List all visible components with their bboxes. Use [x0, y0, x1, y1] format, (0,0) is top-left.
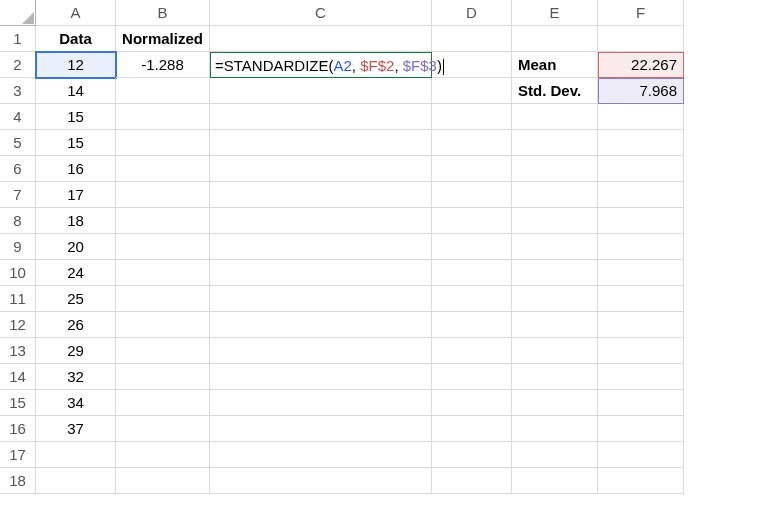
cell-A15[interactable]: 34: [36, 390, 116, 416]
cell-E6[interactable]: [512, 156, 598, 182]
select-all-corner[interactable]: [0, 0, 36, 26]
col-header-D[interactable]: D: [432, 0, 512, 26]
cell-A4[interactable]: 15: [36, 104, 116, 130]
cell-C1[interactable]: [210, 26, 432, 52]
cell-B4[interactable]: [116, 104, 210, 130]
row-header-18[interactable]: 18: [0, 468, 36, 494]
row-header-14[interactable]: 14: [0, 364, 36, 390]
cell-F17[interactable]: [598, 442, 684, 468]
cell-E1[interactable]: [512, 26, 598, 52]
cell-C11[interactable]: [210, 286, 432, 312]
cell-C5[interactable]: [210, 130, 432, 156]
row-header-2[interactable]: 2: [0, 52, 36, 78]
cell-B7[interactable]: [116, 182, 210, 208]
cell-C7[interactable]: [210, 182, 432, 208]
cell-A6[interactable]: 16: [36, 156, 116, 182]
cell-B9[interactable]: [116, 234, 210, 260]
cell-E16[interactable]: [512, 416, 598, 442]
spreadsheet-grid[interactable]: A B C D E F: [0, 0, 768, 26]
cell-D14[interactable]: [432, 364, 512, 390]
cell-F8[interactable]: [598, 208, 684, 234]
cell-A2[interactable]: 12: [36, 52, 116, 78]
cell-E17[interactable]: [512, 442, 598, 468]
cell-A1[interactable]: Data: [36, 26, 116, 52]
cell-B5[interactable]: [116, 130, 210, 156]
col-header-C[interactable]: C: [210, 0, 432, 26]
cell-B16[interactable]: [116, 416, 210, 442]
cell-F14[interactable]: [598, 364, 684, 390]
cell-E3[interactable]: Std. Dev.: [512, 78, 598, 104]
cell-E4[interactable]: [512, 104, 598, 130]
cell-E18[interactable]: [512, 468, 598, 494]
cell-D16[interactable]: [432, 416, 512, 442]
cell-E2[interactable]: Mean: [512, 52, 598, 78]
cell-B13[interactable]: [116, 338, 210, 364]
row-header-5[interactable]: 5: [0, 130, 36, 156]
cell-D4[interactable]: [432, 104, 512, 130]
cell-B6[interactable]: [116, 156, 210, 182]
cell-D10[interactable]: [432, 260, 512, 286]
cell-D5[interactable]: [432, 130, 512, 156]
cell-A5[interactable]: 15: [36, 130, 116, 156]
cell-C14[interactable]: [210, 364, 432, 390]
row-header-7[interactable]: 7: [0, 182, 36, 208]
row-header-16[interactable]: 16: [0, 416, 36, 442]
cell-D9[interactable]: [432, 234, 512, 260]
cell-E8[interactable]: [512, 208, 598, 234]
cell-B18[interactable]: [116, 468, 210, 494]
row-header-13[interactable]: 13: [0, 338, 36, 364]
cell-A16[interactable]: 37: [36, 416, 116, 442]
cell-D12[interactable]: [432, 312, 512, 338]
col-header-E[interactable]: E: [512, 0, 598, 26]
cell-A18[interactable]: [36, 468, 116, 494]
cell-A10[interactable]: 24: [36, 260, 116, 286]
row-header-3[interactable]: 3: [0, 78, 36, 104]
row-header-12[interactable]: 12: [0, 312, 36, 338]
cell-C13[interactable]: [210, 338, 432, 364]
col-header-F[interactable]: F: [598, 0, 684, 26]
cell-E13[interactable]: [512, 338, 598, 364]
cell-C16[interactable]: [210, 416, 432, 442]
cell-C15[interactable]: [210, 390, 432, 416]
cell-F4[interactable]: [598, 104, 684, 130]
cell-D7[interactable]: [432, 182, 512, 208]
cell-F10[interactable]: [598, 260, 684, 286]
cell-D17[interactable]: [432, 442, 512, 468]
cell-B1[interactable]: Normalized: [116, 26, 210, 52]
cell-F12[interactable]: [598, 312, 684, 338]
cell-F13[interactable]: [598, 338, 684, 364]
cell-D3[interactable]: [432, 78, 512, 104]
cell-C9[interactable]: [210, 234, 432, 260]
cell-A14[interactable]: 32: [36, 364, 116, 390]
cell-F9[interactable]: [598, 234, 684, 260]
row-header-17[interactable]: 17: [0, 442, 36, 468]
cell-A13[interactable]: 29: [36, 338, 116, 364]
row-header-8[interactable]: 8: [0, 208, 36, 234]
cell-D15[interactable]: [432, 390, 512, 416]
cell-D8[interactable]: [432, 208, 512, 234]
cell-D6[interactable]: [432, 156, 512, 182]
cell-E12[interactable]: [512, 312, 598, 338]
cell-F18[interactable]: [598, 468, 684, 494]
cell-E14[interactable]: [512, 364, 598, 390]
cell-E10[interactable]: [512, 260, 598, 286]
cell-F7[interactable]: [598, 182, 684, 208]
cell-D18[interactable]: [432, 468, 512, 494]
cell-B14[interactable]: [116, 364, 210, 390]
cell-D13[interactable]: [432, 338, 512, 364]
cell-A8[interactable]: 18: [36, 208, 116, 234]
cell-A17[interactable]: [36, 442, 116, 468]
cell-B17[interactable]: [116, 442, 210, 468]
cell-C18[interactable]: [210, 468, 432, 494]
cell-B12[interactable]: [116, 312, 210, 338]
cell-B2[interactable]: -1.288: [116, 52, 210, 78]
cell-C6[interactable]: [210, 156, 432, 182]
cell-E5[interactable]: [512, 130, 598, 156]
col-header-B[interactable]: B: [116, 0, 210, 26]
cell-E9[interactable]: [512, 234, 598, 260]
row-header-1[interactable]: 1: [0, 26, 36, 52]
cell-A12[interactable]: 26: [36, 312, 116, 338]
cell-B10[interactable]: [116, 260, 210, 286]
cell-F16[interactable]: [598, 416, 684, 442]
cell-A3[interactable]: 14: [36, 78, 116, 104]
